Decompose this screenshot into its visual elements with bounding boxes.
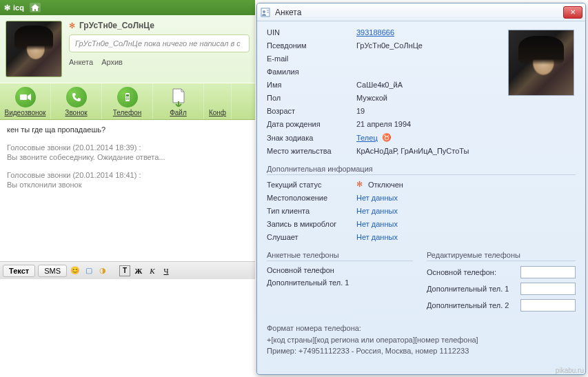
uin-label: UIN (267, 28, 356, 37)
chat-toolbar: Видеозвонок Звонок Телефон Файл Конф (0, 83, 255, 120)
listening-value: Нет данных (356, 233, 398, 241)
status-flower-icon: ✻ (356, 180, 363, 189)
listening-label: Слушает (267, 233, 356, 241)
font-icon[interactable]: T (119, 265, 130, 276)
age-label: Возраст (267, 107, 356, 115)
icq-chat-window: ✻ icq ✻ ГрУсТн0е_СоЛнЦе ГрУсТн0е_СоЛнЦе … (0, 0, 255, 377)
main-phone-edit-label: Основной телефон: (427, 268, 516, 276)
birth-value: 21 апреля 1994 (356, 120, 411, 128)
archive-link[interactable]: Архив (101, 58, 123, 66)
add-phone1-edit-label: Дополнительный тел. 1 (427, 285, 516, 293)
gender-value: Мужской (356, 94, 387, 102)
location-value: КрАсНоДаР, ГрАнИцА_ПуСтоТы (356, 147, 469, 155)
emoji-icon[interactable]: 😊 (70, 265, 81, 276)
svg-point-8 (128, 99, 128, 99)
taurus-icon: ♉ (382, 133, 392, 142)
icq-titlebar: ✻ icq (0, 0, 255, 15)
svg-rect-1 (125, 93, 130, 101)
loc2-label: Местоположение (267, 194, 356, 202)
flower-status-icon: ✻ (69, 21, 75, 30)
contact-name: ГрУсТн0е_СоЛнЦе (79, 21, 154, 30)
main-phone-label: Основной телефон (267, 266, 356, 274)
file-button[interactable]: Файл (153, 83, 204, 119)
chat-header: ✻ ГрУсТн0е_СоЛнЦе ГрУсТн0е_СоЛнЦе пока н… (0, 15, 255, 83)
age-value: 19 (356, 107, 365, 115)
svg-point-7 (127, 99, 128, 99)
dialog-titlebar[interactable]: Анкета ✕ (257, 3, 585, 21)
app-name: icq (13, 3, 24, 12)
text-tab[interactable]: Текст (3, 265, 35, 277)
client-label: Тип клиента (267, 207, 356, 215)
nick-value: ГрУсТн0е_СоЛнЦе (356, 41, 423, 50)
profile-icon (260, 7, 271, 18)
microblog-value: Нет данных (356, 220, 398, 228)
profile-avatar[interactable] (508, 30, 574, 96)
status-value: Отключен (368, 181, 403, 189)
conference-button[interactable]: Конф (204, 83, 232, 119)
email-label: E-mail (267, 54, 356, 63)
svg-point-6 (125, 99, 126, 99)
call-log-text: Вы отклонили звонок (7, 181, 248, 189)
italic-icon[interactable]: К (147, 265, 158, 276)
svg-point-10 (263, 10, 265, 13)
add-phone1-label: Дополнительный тел. 1 (267, 278, 356, 287)
location-label: Место жительства (267, 147, 356, 155)
svg-rect-2 (126, 94, 129, 96)
main-phone-input[interactable] (520, 266, 576, 278)
call-log-header: Голосовые звонки (20.01.2014 18:41) : (7, 171, 248, 179)
chat-message: кен ты где ща пропадаешь? (7, 125, 248, 134)
icq-logo-icon: ✻ (4, 3, 10, 12)
watermark: pikabu.ru (556, 367, 584, 374)
svg-rect-0 (20, 94, 27, 100)
video-call-button[interactable]: Видеозвонок (0, 83, 51, 119)
sms-tab[interactable]: SMS (38, 265, 67, 277)
surname-label: Фамилия (267, 68, 356, 76)
zodiac-value[interactable]: Телец (356, 134, 378, 142)
uin-value[interactable]: 393188666 (356, 28, 394, 37)
zodiac-label: Знак зодиака (267, 134, 356, 142)
palette-icon[interactable]: ◑ (97, 265, 108, 276)
underline-icon[interactable]: Ч (161, 265, 172, 276)
dialog-title: Анкета (275, 8, 563, 17)
home-button[interactable] (30, 3, 41, 12)
svg-point-4 (127, 97, 128, 98)
add-phone2-input[interactable] (520, 299, 576, 312)
profile-phones-title: Анкетные телефоны (267, 251, 413, 259)
svg-point-3 (125, 97, 126, 98)
birth-label: Дата рождения (267, 120, 356, 128)
close-button[interactable]: ✕ (563, 6, 582, 19)
microblog-label: Запись в микроблог (267, 220, 356, 228)
input-toolbar: Текст SMS 😊 ▢ ◑ T Ж К Ч (0, 261, 255, 279)
name-label: Имя (267, 81, 356, 89)
contact-avatar[interactable] (6, 21, 62, 77)
phone-format-help: Формат номера телефона: +[код страны][ко… (267, 323, 576, 357)
add-phone1-input[interactable] (520, 283, 576, 295)
call-log-text: Вы звоните собеседнику. Ожидание ответа.… (7, 153, 248, 161)
call-log-header: Голосовые звонки (20.01.2014 18:39) : (7, 143, 248, 152)
call-button[interactable]: Звонок (51, 83, 102, 119)
profile-link[interactable]: Анкета (69, 58, 93, 66)
name-value: СаШе4к0_йА (356, 81, 403, 89)
extra-info-title: Дополнительная информация (267, 165, 576, 173)
client-value: Нет данных (356, 207, 398, 215)
editable-phones-title: Редактируемые телефоны (427, 251, 576, 259)
add-phone2-edit-label: Дополнительный тел. 2 (427, 301, 516, 309)
gender-label: Пол (267, 94, 356, 102)
svg-point-5 (128, 97, 128, 98)
contact-status-text[interactable]: ГрУсТн0е_СоЛнЦе пока ничего не написал в… (69, 34, 250, 52)
profile-dialog: Анкета ✕ UIN393188666 ПсевдонимГрУсТн0е_… (256, 3, 586, 375)
bold-icon[interactable]: Ж (133, 265, 144, 276)
tv-icon[interactable]: ▢ (83, 265, 94, 276)
loc2-value: Нет данных (356, 194, 398, 202)
chat-messages: кен ты где ща пропадаешь? Голосовые звон… (0, 120, 255, 261)
nick-label: Псевдоним (267, 41, 356, 50)
phone-button[interactable]: Телефон (102, 83, 153, 119)
status-label: Текущий статус (267, 181, 356, 189)
